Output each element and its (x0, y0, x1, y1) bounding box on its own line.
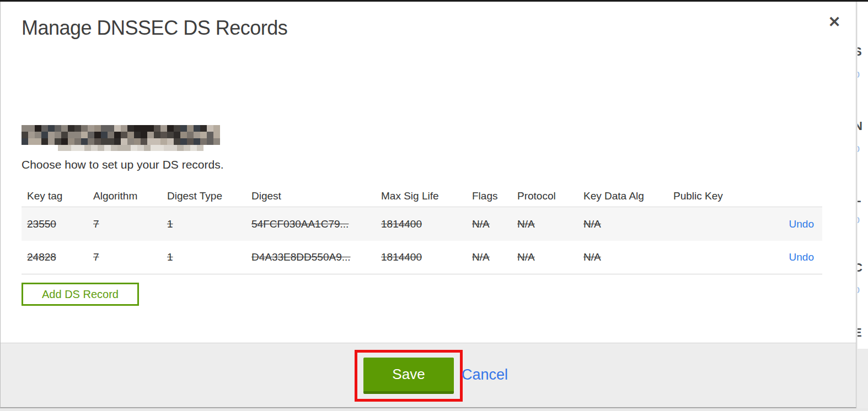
column-header: Max Sig Life (376, 182, 467, 207)
domain-name-redacted (22, 125, 220, 152)
modal-footer: Save Cancel (1, 343, 856, 407)
background-sliver-footer (858, 349, 868, 408)
table-cell: 1814400 (376, 207, 467, 241)
undo-link[interactable]: Undo (789, 218, 814, 230)
domain-pixelation-shadow (58, 145, 203, 151)
table-cell: N/A (467, 207, 512, 241)
cancel-link[interactable]: Cancel (462, 366, 508, 383)
table-cell: N/A (467, 241, 512, 274)
save-button[interactable]: Save (363, 358, 454, 394)
table-cell: 23550 (22, 207, 88, 241)
table-cell: 1 (162, 207, 246, 241)
background-text-fragment: N (858, 119, 862, 133)
table-cell: N/A (512, 207, 578, 241)
screenshot-root: Manage DNSSEC DS Records ✕ Choose how to… (0, 0, 868, 411)
column-header-action (782, 182, 822, 207)
background-text-fragment: C (858, 261, 862, 275)
table-cell: N/A (578, 207, 668, 241)
close-icon[interactable]: ✕ (824, 12, 844, 32)
window-top-border (0, 0, 868, 2)
background-text-fragment: L (858, 191, 861, 206)
table-cell: N/A (512, 241, 578, 274)
table-cell: 54FCF030AA1C79... (246, 207, 376, 241)
column-header: Digest (246, 182, 376, 207)
modal-title: Manage DNSSEC DS Records (22, 17, 287, 40)
domain-pixelation-main (22, 125, 220, 145)
manage-dnssec-modal: Manage DNSSEC DS Records ✕ Choose how to… (0, 0, 856, 408)
table-cell (668, 241, 782, 274)
intro-text: Choose how to set up your DS records. (22, 158, 224, 171)
column-header: Public Key (668, 182, 782, 207)
column-header: Algorithm (88, 182, 162, 207)
table-cell: 1814400 (376, 241, 467, 274)
table-cell: 24828 (22, 241, 88, 274)
table-cell-action: Undo (782, 207, 822, 241)
table-row: 2482871D4A33E8DD550A9...1814400N/AN/AN/A… (22, 241, 822, 274)
background-text-fragment: o (858, 283, 860, 296)
column-header: Protocol (512, 182, 578, 207)
column-header: Key Data Alg (578, 182, 668, 207)
table-row: 235507154FCF030AA1C79...1814400N/AN/AN/A… (22, 207, 822, 241)
background-text-fragment: o (858, 68, 860, 80)
table-cell (668, 207, 782, 241)
table-cell: 7 (88, 241, 162, 274)
add-ds-record-button[interactable]: Add DS Record (22, 283, 139, 306)
column-header: Key tag (22, 182, 88, 207)
table-cell: 1 (162, 241, 246, 274)
table-cell: N/A (578, 241, 668, 274)
background-page-sliver: SoNoLoCoEPl (858, 2, 868, 408)
save-highlight-annotation: Save (355, 350, 463, 402)
table-cell-action: Undo (782, 241, 822, 274)
background-text-fragment: S (858, 45, 862, 59)
table-header-row: Key tagAlgorithmDigest TypeDigestMax Sig… (22, 182, 822, 207)
undo-link[interactable]: Undo (789, 251, 814, 263)
column-header: Digest Type (162, 182, 246, 207)
table-body: 235507154FCF030AA1C79...1814400N/AN/AN/A… (22, 207, 822, 274)
column-header: Flags (467, 182, 512, 207)
background-text-fragment: o (858, 142, 860, 155)
ds-records-table: Key tagAlgorithmDigest TypeDigestMax Sig… (22, 182, 822, 274)
table-cell: D4A33E8DD550A9... (246, 241, 376, 274)
background-text-fragment: E (858, 326, 862, 340)
background-text-fragment: o (858, 213, 860, 226)
table-cell: 7 (88, 207, 162, 241)
